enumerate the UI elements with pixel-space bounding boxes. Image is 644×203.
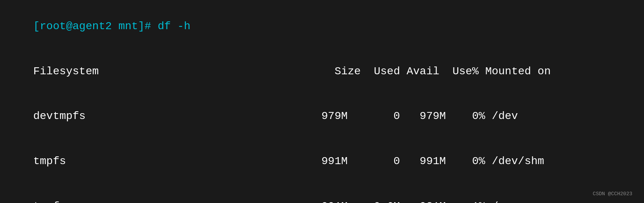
fs-name-1: tmpfs 991M 0 991M 0% /dev/shm	[33, 155, 544, 167]
terminal-window: [root@agent2 mnt]# df -h Filesystem Size…	[7, 4, 637, 199]
df-row-2: tmpfs 991M 9.6M 981M 1% /run	[7, 184, 637, 203]
df-row-0: devtmpfs 979M 0 979M 0% /dev	[7, 94, 637, 139]
fs-name-0: devtmpfs 979M 0 979M 0% /dev	[33, 110, 518, 122]
col-used: Used	[374, 65, 400, 77]
col-mountedon: Mounted on	[485, 65, 551, 77]
prompt-prefix: [root@agent2 mnt]# df -h	[33, 20, 190, 32]
watermark: CSDN @CCH2023	[593, 191, 632, 197]
command-line: [root@agent2 mnt]# df -h	[7, 4, 637, 49]
col-size: Size	[334, 65, 361, 77]
col-usepct: Use%	[453, 65, 479, 77]
df-row-1: tmpfs 991M 0 991M 0% /dev/shm	[7, 139, 637, 184]
col-avail: Avail	[407, 65, 439, 77]
df-header: Filesystem Size Used Avail Use% Mounted …	[7, 49, 637, 94]
col-spacer1	[99, 65, 334, 77]
col-filesystem: Filesystem	[33, 65, 99, 77]
fs-name-2: tmpfs 991M 9.6M 981M 1% /run	[33, 200, 518, 203]
